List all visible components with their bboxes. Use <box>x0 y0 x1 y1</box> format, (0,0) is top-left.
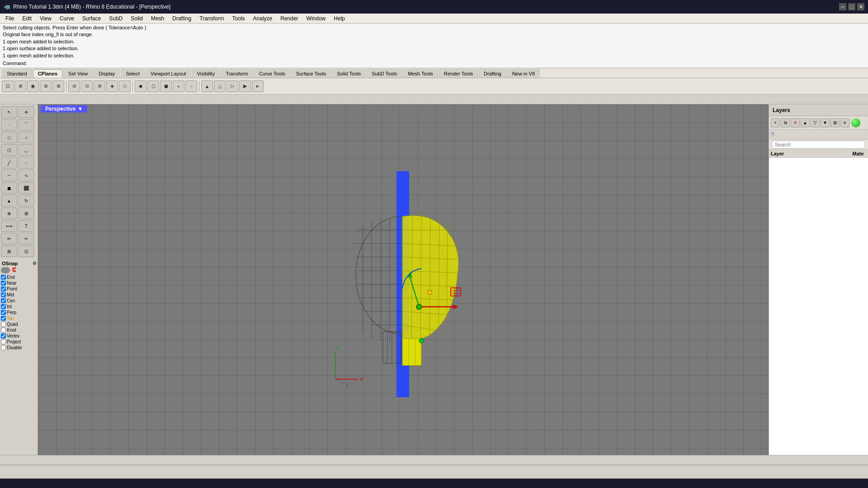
freeform-tool[interactable]: ～ <box>1 169 17 181</box>
toolbar-icon-1[interactable]: ⊕ <box>14 80 26 92</box>
osnap-project[interactable]: Project <box>1 339 37 345</box>
viewport-dropdown-icon[interactable]: ▼ <box>77 106 83 112</box>
toolbar-icon-7[interactable]: ⊚ <box>94 80 105 92</box>
osnap-vertex[interactable]: Vertex <box>1 333 37 339</box>
osnap-int[interactable]: Int <box>1 304 37 310</box>
toolbar-icon-11[interactable]: ◻ <box>147 80 159 92</box>
osnap-end[interactable]: End <box>1 274 37 280</box>
edit-tool[interactable]: ✏ <box>1 233 17 244</box>
osnap-disable[interactable]: Disable <box>1 345 37 351</box>
polyline-tool[interactable]: ⟋ <box>18 157 34 169</box>
osnap-knot[interactable]: Knot <box>1 327 37 333</box>
layer-copy-btn[interactable]: ⧉ <box>781 118 790 127</box>
viewport[interactable]: Perspective ▼ <box>38 104 769 455</box>
boolean-tool[interactable]: ⊕ <box>1 207 17 219</box>
layer-menu-btn[interactable]: ≡ <box>840 118 849 127</box>
circle-tool[interactable]: ○ <box>18 131 34 143</box>
menu-item-window[interactable]: Window <box>303 14 330 23</box>
osnap-near[interactable]: Near <box>1 280 37 286</box>
viewport-label[interactable]: Perspective ▼ <box>41 105 87 113</box>
toolbar-tab-drafting[interactable]: Drafting <box>479 69 506 78</box>
osnap-point[interactable]: Point <box>1 286 37 292</box>
menu-item-solid[interactable]: Solid <box>127 14 146 23</box>
toolbar-icon-18[interactable]: ▶ <box>239 80 251 92</box>
layer-grid-btn[interactable]: ⊞ <box>830 118 840 127</box>
toolbar-tab-standard[interactable]: Standard <box>2 69 32 78</box>
restore-button[interactable]: □ <box>848 3 855 10</box>
close-button[interactable]: ✕ <box>857 3 864 10</box>
osnap-toggle[interactable] <box>1 267 10 273</box>
menu-item-view[interactable]: View <box>36 14 55 23</box>
help-icon[interactable]: ? <box>771 131 774 138</box>
surf-tool[interactable]: ◼ <box>1 182 17 194</box>
toolbar-icon-3[interactable]: ⊛ <box>40 80 52 92</box>
arc-tool[interactable]: ◡ <box>18 144 34 156</box>
osnap-tan[interactable]: Tan <box>1 315 37 321</box>
layer-delete-btn[interactable]: ✕ <box>791 118 800 127</box>
menu-item-analyze[interactable]: Analyze <box>250 14 276 23</box>
menu-item-render[interactable]: Render <box>277 14 302 23</box>
toolbar-icon-5[interactable]: ⊘ <box>68 80 80 92</box>
layers-search-input[interactable] <box>772 141 865 149</box>
toolbar-tab-transform[interactable]: Transform <box>221 69 253 78</box>
menu-item-help[interactable]: Help <box>330 14 349 23</box>
osnap-cen[interactable]: Cen <box>1 298 37 304</box>
layer-down-btn[interactable]: ▽ <box>811 118 820 127</box>
green-orb[interactable] <box>851 118 860 127</box>
transform-tool[interactable]: ⊞ <box>18 207 34 219</box>
toolbar-tab-render-tools[interactable]: Render Tools <box>439 69 478 78</box>
toolbar-tab-visibility[interactable]: Visibility <box>192 69 220 78</box>
menu-item-subd[interactable]: SubD <box>105 14 126 23</box>
osnap-mid[interactable]: Mid <box>1 292 37 298</box>
delete-tool[interactable]: ✂ <box>18 233 34 244</box>
menu-item-mesh[interactable]: Mesh <box>147 14 168 23</box>
toolbar-icon-6[interactable]: ⊙ <box>81 80 93 92</box>
line-tool[interactable]: ╱ <box>1 157 17 169</box>
menu-item-surface[interactable]: Surface <box>79 14 104 23</box>
toolbar-tab-subd-tools[interactable]: SubD Tools <box>367 69 402 78</box>
command-input[interactable] <box>27 61 865 66</box>
text-tool[interactable]: T <box>18 220 34 232</box>
toolbar-tab-display[interactable]: Display <box>94 69 120 78</box>
select-tool[interactable]: ↖ <box>1 106 17 118</box>
toolbar-tab-select[interactable]: Select <box>121 69 145 78</box>
layer-filter-btn[interactable]: ▼ <box>821 118 830 127</box>
point-tool[interactable]: · <box>1 119 17 131</box>
toolbar-tab-surface-tools[interactable]: Surface Tools <box>291 69 331 78</box>
osnap-settings[interactable]: ⚙ <box>33 261 37 266</box>
rectangle-tool[interactable]: □ <box>1 131 17 143</box>
toolbar-icon-15[interactable]: ▲ <box>201 80 213 92</box>
toolbar-icon-14[interactable]: ▫ <box>185 80 197 92</box>
toolbar-icon-13[interactable]: ▪ <box>173 80 184 92</box>
toolbar-icon-16[interactable]: △ <box>214 80 226 92</box>
group-tool[interactable]: ⊡ <box>18 245 34 257</box>
toolbar-icon-19[interactable]: ▸ <box>252 80 264 92</box>
toolbar-icon-8[interactable]: ◈ <box>106 80 118 92</box>
mesh-tool[interactable]: ⬛ <box>18 182 34 194</box>
gumball-tool[interactable]: ✛ <box>18 106 34 118</box>
toolbar-icon-0[interactable]: ⊡ <box>2 80 14 92</box>
curve-tool[interactable]: ⌒ <box>18 119 34 131</box>
array-tool[interactable]: ⊞ <box>1 245 17 257</box>
dim-tool[interactable]: ⟺ <box>1 220 17 232</box>
toolbar-tab-cplanes[interactable]: CPlanes <box>33 69 62 78</box>
toolbar-icon-12[interactable]: ◼ <box>160 80 172 92</box>
menu-item-drafting[interactable]: Drafting <box>169 14 195 23</box>
menu-item-tools[interactable]: Tools <box>229 14 249 23</box>
osnap-quad[interactable]: Quad <box>1 321 37 327</box>
minimize-button[interactable]: ─ <box>839 3 846 10</box>
toolbar-tab-viewport-layout[interactable]: Viewport Layout <box>146 69 191 78</box>
toolbar-tab-solid-tools[interactable]: Solid Tools <box>332 69 366 78</box>
polygon-tool[interactable]: ⬡ <box>1 144 17 156</box>
blend-tool[interactable]: ∿ <box>18 169 34 181</box>
toolbar-icon-2[interactable]: ◉ <box>27 80 39 92</box>
toolbar-tab-new-in-v8[interactable]: New in V8 <box>507 69 540 78</box>
osnap-perp[interactable]: Perp <box>1 310 37 315</box>
menu-item-file[interactable]: File <box>2 14 18 23</box>
toolbar-tab-mesh-tools[interactable]: Mesh Tools <box>403 69 438 78</box>
menu-item-curve[interactable]: Curve <box>56 14 78 23</box>
toolbar-icon-9[interactable]: ◇ <box>119 80 131 92</box>
menu-item-transform[interactable]: Transform <box>196 14 227 23</box>
toolbar-icon-17[interactable]: ▷ <box>226 80 238 92</box>
revolve-tool[interactable]: ↻ <box>18 195 34 206</box>
